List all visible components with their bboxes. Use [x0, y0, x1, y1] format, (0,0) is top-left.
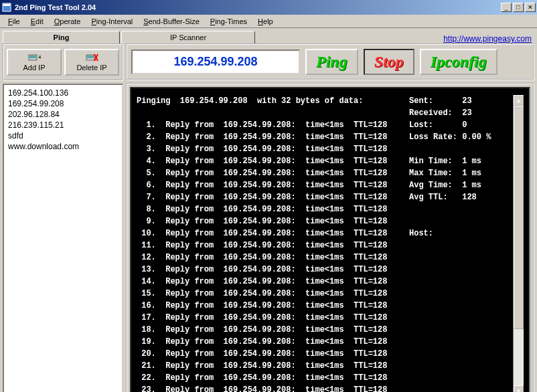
list-item[interactable]: 169.254.99.208	[7, 98, 119, 109]
titlebar: 2nd Ping Test Tool 2.04 _ □ ✕	[0, 0, 537, 15]
menu-edit[interactable]: Edit	[25, 16, 49, 27]
stop-button[interactable]: Stop	[364, 49, 414, 75]
ping-button[interactable]: Ping	[305, 49, 358, 75]
menu-ping-interval[interactable]: Ping-Interval	[86, 16, 138, 27]
ipconfig-button[interactable]: Ipconfig	[420, 49, 497, 75]
svg-rect-3	[29, 56, 36, 58]
menubar: FileEditOperatePing-IntervalSend-Buffer-…	[0, 15, 537, 28]
minimize-button[interactable]: _	[501, 3, 512, 12]
menu-ping-times[interactable]: Ping-Times	[205, 16, 252, 27]
ip-input[interactable]	[131, 50, 300, 74]
menu-send-buffer-size[interactable]: Send-Buffer-Size	[138, 16, 205, 27]
menu-help[interactable]: Help	[252, 16, 279, 27]
control-row: Ping Stop Ipconfig	[126, 43, 534, 80]
svg-rect-6	[87, 56, 94, 58]
add-ip-icon: +	[27, 53, 41, 62]
app-icon	[1, 2, 12, 13]
tab-ping[interactable]: Ping	[3, 31, 120, 43]
menu-file[interactable]: File	[3, 16, 25, 27]
delete-ip-icon	[85, 53, 98, 62]
close-button[interactable]: ✕	[525, 3, 536, 12]
list-item[interactable]: sdfd	[7, 130, 119, 141]
list-item[interactable]: 169.254.100.136	[7, 88, 119, 98]
add-ip-button[interactable]: + Add IP	[7, 49, 62, 76]
scroll-track[interactable]	[514, 106, 524, 385]
svg-text:+: +	[38, 54, 41, 61]
svg-rect-1	[3, 4, 10, 6]
ip-list[interactable]: 169.254.100.136169.254.99.208202.96.128.…	[3, 84, 123, 392]
tab-ip-scanner[interactable]: IP Scanner	[121, 31, 255, 43]
window-title: 2nd Ping Test Tool 2.04	[15, 3, 501, 11]
add-ip-label: Add IP	[23, 64, 45, 72]
terminal-output: Pinging 169.254.99.208 with 32 bytes of …	[130, 87, 530, 392]
ping-stats: Sent: 23 Received: 23 Lost: 0 Loss Rate:…	[409, 95, 513, 392]
list-item[interactable]: 216.239.115.21	[7, 120, 119, 130]
menu-operate[interactable]: Operate	[49, 16, 86, 27]
scrollbar[interactable]: ▲ ▼	[513, 95, 524, 392]
scroll-thumb[interactable]	[514, 106, 524, 329]
maximize-button[interactable]: □	[513, 3, 524, 12]
list-item[interactable]: www.download.com	[7, 141, 119, 152]
website-link[interactable]: http://www.pingeasy.com	[443, 34, 532, 43]
scroll-down-button[interactable]: ▼	[514, 385, 524, 392]
ip-buttons-panel: + Add IP Delete IP	[3, 43, 123, 81]
delete-ip-button[interactable]: Delete IP	[64, 49, 119, 76]
scroll-up-button[interactable]: ▲	[514, 95, 524, 106]
ping-replies: Pinging 169.254.99.208 with 32 bytes of …	[137, 95, 409, 392]
tab-row: PingIP Scanner	[3, 31, 264, 43]
delete-ip-label: Delete IP	[76, 64, 106, 72]
list-item[interactable]: 202.96.128.84	[7, 109, 119, 120]
